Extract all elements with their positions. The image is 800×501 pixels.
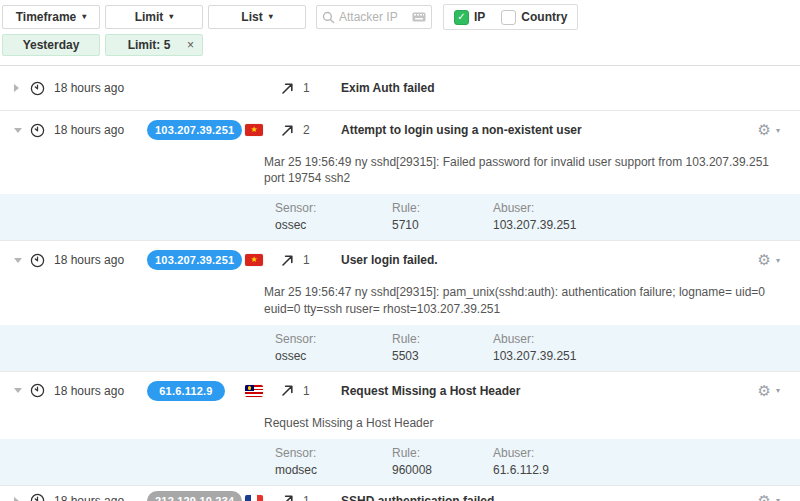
- checkbox-label: IP: [474, 10, 485, 24]
- active-filter-tags: Yesterday Limit: 5 ×: [0, 32, 800, 56]
- abuser-value: 103.207.39.251: [493, 349, 776, 363]
- abuser-label: Abuser:: [493, 446, 776, 460]
- collapse-chevron-icon[interactable]: [14, 258, 22, 263]
- sensor-value: modsec: [275, 463, 392, 477]
- event-row[interactable]: 18 hours ago 103.207.39.251 ★ 2 Attempt …: [0, 111, 800, 149]
- caret-down-icon: ▾: [269, 13, 273, 21]
- event-title[interactable]: Attempt to login using a non-existent us…: [341, 123, 800, 137]
- caret-down-icon: ▾: [776, 126, 780, 134]
- flag-vietnam-icon: ★: [245, 254, 263, 266]
- search-icon: [322, 11, 335, 24]
- collapse-chevron-icon[interactable]: [14, 128, 22, 133]
- event-item: 18 hours ago 61.6.112.9 1 Request Missin…: [0, 372, 800, 486]
- event-log-text: Mar 25 19:56:47 ny sshd[29315]: pam_unix…: [0, 279, 800, 324]
- event-row[interactable]: 18 hours ago 1 Exim Auth failed: [0, 66, 800, 110]
- event-title[interactable]: User login failed.: [341, 253, 800, 267]
- filter-bar: Timeframe ▾ Limit ▾ List ▾ ✓ IP Country: [0, 0, 800, 32]
- row-actions-menu[interactable]: ⚙ ▾: [758, 493, 780, 501]
- filter-tag[interactable]: Yesterday: [2, 34, 100, 56]
- attacker-ip-badge[interactable]: 103.207.39.251: [147, 250, 242, 270]
- close-icon[interactable]: ×: [187, 38, 194, 52]
- search-mode-group: ✓ IP Country: [443, 4, 578, 30]
- clock-icon: [30, 253, 54, 268]
- list-dropdown-button[interactable]: List ▾: [208, 5, 306, 29]
- flag-france-icon: [245, 495, 263, 501]
- rule-value: 960008: [392, 463, 493, 477]
- gear-icon[interactable]: ⚙: [758, 493, 771, 501]
- expand-chevron-icon[interactable]: [14, 497, 19, 501]
- clock-icon: [30, 493, 54, 501]
- occurrence-count: 1: [303, 494, 310, 501]
- caret-down-icon: ▾: [169, 13, 173, 21]
- keyboard-icon[interactable]: [412, 12, 426, 22]
- event-title[interactable]: SSHD authentication failed.: [341, 494, 800, 501]
- event-row[interactable]: 18 hours ago 61.6.112.9 1 Request Missin…: [0, 372, 800, 410]
- timeframe-dropdown-button[interactable]: Timeframe ▾: [2, 5, 100, 29]
- abuser-value: 103.207.39.251: [493, 218, 776, 232]
- occurrence-arrow-icon: [281, 124, 294, 137]
- limit-dropdown-label: Limit: [135, 10, 164, 24]
- sensor-label: Sensor:: [275, 332, 392, 346]
- row-actions-menu[interactable]: ⚙ ▾: [758, 253, 780, 268]
- checkbox-label: Country: [521, 10, 567, 24]
- event-time: 18 hours ago: [54, 253, 147, 267]
- event-time: 18 hours ago: [54, 81, 147, 95]
- event-time: 18 hours ago: [54, 384, 147, 398]
- occurrence-arrow-icon: [281, 494, 294, 501]
- filter-tag-label: Yesterday: [23, 38, 80, 52]
- occurrence-count: 1: [303, 81, 310, 95]
- collapse-chevron-icon[interactable]: [14, 388, 22, 393]
- caret-down-icon: ▾: [776, 497, 780, 501]
- event-row[interactable]: 18 hours ago 212.129.10.234 1 SSHD authe…: [0, 486, 800, 501]
- limit-dropdown-button[interactable]: Limit ▾: [105, 5, 203, 29]
- rule-value: 5503: [392, 349, 493, 363]
- row-actions-menu[interactable]: ⚙ ▾: [758, 383, 780, 398]
- occurrence-count: 1: [303, 253, 310, 267]
- event-time: 18 hours ago: [54, 494, 147, 501]
- clock-icon: [30, 123, 54, 138]
- event-title[interactable]: Exim Auth failed: [341, 81, 800, 95]
- filter-checkbox-country[interactable]: Country: [501, 10, 567, 25]
- list-dropdown-label: List: [241, 10, 262, 24]
- unchecked-checkbox-icon[interactable]: [501, 10, 516, 25]
- rule-label: Rule:: [392, 446, 493, 460]
- caret-down-icon: ▾: [776, 387, 780, 395]
- filter-tag[interactable]: Limit: 5 ×: [105, 34, 203, 56]
- gear-icon[interactable]: ⚙: [758, 123, 771, 138]
- caret-down-icon: ▾: [82, 13, 86, 21]
- clock-icon: [30, 383, 54, 398]
- event-title[interactable]: Request Missing a Host Header: [341, 384, 800, 398]
- event-list: 18 hours ago 1 Exim Auth failed: [0, 65, 800, 501]
- sensor-label: Sensor:: [275, 446, 392, 460]
- attacker-ip-search[interactable]: [316, 5, 432, 29]
- attacker-ip-badge[interactable]: 103.207.39.251: [147, 120, 242, 140]
- occurrence-count: 1: [303, 384, 310, 398]
- event-log-text: Mar 25 19:56:49 ny sshd[29315]: Failed p…: [0, 149, 800, 194]
- expand-chevron-icon[interactable]: [14, 84, 19, 92]
- gear-icon[interactable]: ⚙: [758, 253, 771, 268]
- timeframe-dropdown-label: Timeframe: [16, 10, 76, 24]
- event-time: 18 hours ago: [54, 123, 147, 137]
- abuser-label: Abuser:: [493, 201, 776, 215]
- attacker-ip-badge[interactable]: 61.6.112.9: [147, 381, 225, 401]
- sensor-label: Sensor:: [275, 201, 392, 215]
- sensor-value: ossec: [275, 349, 392, 363]
- attacker-ip-input[interactable]: [339, 10, 408, 24]
- occurrence-count: 2: [303, 123, 310, 137]
- occurrence-arrow-icon: [281, 82, 294, 95]
- event-item: 18 hours ago 212.129.10.234 1 SSHD authe…: [0, 486, 800, 501]
- rule-label: Rule:: [392, 201, 493, 215]
- rule-label: Rule:: [392, 332, 493, 346]
- gear-icon[interactable]: ⚙: [758, 383, 771, 398]
- filter-tag-label: Limit: 5: [128, 38, 171, 52]
- checked-checkbox-icon[interactable]: ✓: [454, 10, 469, 25]
- filter-checkbox-ip[interactable]: ✓ IP: [454, 10, 485, 25]
- rule-value: 5710: [392, 218, 493, 232]
- abuser-label: Abuser:: [493, 332, 776, 346]
- event-row[interactable]: 18 hours ago 103.207.39.251 ★ 1 User log…: [0, 241, 800, 279]
- event-meta-row: Sensor: ossec Rule: 5503 Abuser: 103.207…: [0, 325, 800, 371]
- event-log-text: Request Missing a Host Header: [0, 410, 800, 439]
- row-actions-menu[interactable]: ⚙ ▾: [758, 123, 780, 138]
- attacker-ip-badge[interactable]: 212.129.10.234: [147, 491, 242, 501]
- event-meta-row: Sensor: modsec Rule: 960008 Abuser: 61.6…: [0, 439, 800, 485]
